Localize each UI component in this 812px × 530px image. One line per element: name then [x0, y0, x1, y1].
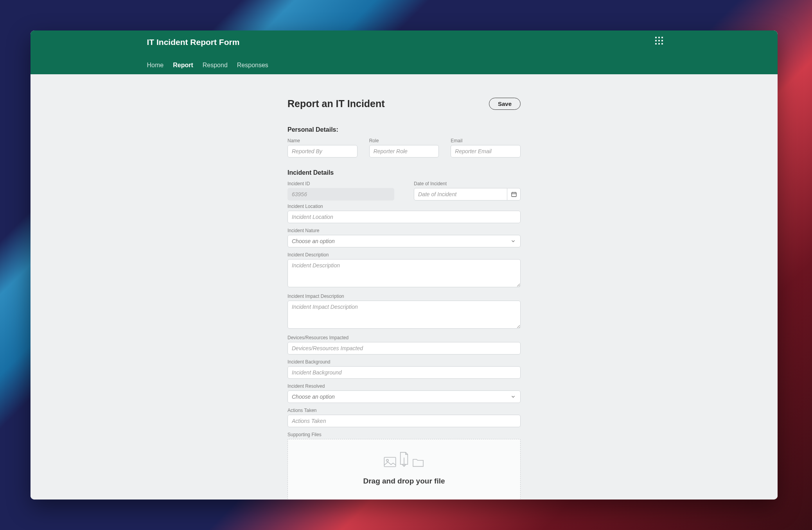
app-window: IT Incident Report Form Home Report Resp…: [31, 30, 778, 500]
save-button[interactable]: Save: [489, 98, 521, 110]
svg-rect-0: [512, 192, 516, 197]
date-of-incident-input[interactable]: [414, 188, 507, 201]
label-role: Role: [369, 138, 439, 143]
label-incident-location: Incident Location: [287, 204, 521, 209]
nav-tab-report[interactable]: Report: [173, 62, 193, 69]
section-personal-details: Personal Details:: [287, 126, 521, 133]
folder-icon: [412, 457, 424, 467]
role-input[interactable]: [369, 145, 439, 158]
page-scroll[interactable]: IT Incident Report Form Home Report Resp…: [31, 30, 778, 500]
label-date-of-incident: Date of Incident: [414, 181, 521, 186]
label-supporting-files: Supporting Files: [287, 432, 521, 437]
nav-tab-responses[interactable]: Responses: [237, 62, 268, 69]
label-incident-impact-description: Incident Impact Description: [287, 294, 521, 299]
label-incident-description: Incident Description: [287, 252, 521, 258]
document-download-icon: [399, 452, 410, 467]
nav-tab-respond[interactable]: Respond: [203, 62, 228, 69]
incident-background-input[interactable]: [287, 366, 521, 379]
label-name: Name: [287, 138, 357, 143]
image-file-icon: [384, 457, 396, 467]
label-actions-taken: Actions Taken: [287, 408, 521, 413]
incident-id-input: [287, 188, 394, 201]
incident-nature-select[interactable]: Choose an option: [287, 235, 521, 247]
svg-point-5: [386, 459, 388, 461]
incident-description-textarea[interactable]: [287, 259, 521, 287]
section-incident-details: Incident Details: [287, 169, 521, 176]
nav-tabs: Home Report Respond Responses: [147, 48, 661, 74]
date-picker-button[interactable]: [507, 188, 521, 201]
file-drop-area[interactable]: Drag and drop your file: [287, 439, 521, 500]
devices-impacted-input[interactable]: [287, 342, 521, 355]
report-form: Report an IT Incident Save Personal Deta…: [287, 74, 521, 500]
label-incident-resolved: Incident Resolved: [287, 383, 521, 389]
label-incident-nature: Incident Nature: [287, 228, 521, 233]
nav-tab-home[interactable]: Home: [147, 62, 164, 69]
incident-resolved-select[interactable]: Choose an option: [287, 390, 521, 403]
label-email: Email: [451, 138, 521, 143]
actions-taken-input[interactable]: [287, 415, 521, 427]
label-incident-background: Incident Background: [287, 359, 521, 365]
email-input[interactable]: [451, 145, 521, 158]
apps-grid-icon[interactable]: [655, 37, 663, 45]
calendar-icon: [511, 191, 517, 197]
incident-impact-textarea[interactable]: [287, 301, 521, 329]
incident-location-input[interactable]: [287, 211, 521, 223]
label-devices-resources-impacted: Devices/Resources Impacted: [287, 335, 521, 340]
file-drop-text: Drag and drop your file: [296, 477, 512, 485]
name-input[interactable]: [287, 145, 357, 158]
page-title: Report an IT Incident: [287, 98, 385, 109]
app-header: IT Incident Report Form Home Report Resp…: [31, 30, 778, 74]
label-incident-id: Incident ID: [287, 181, 394, 186]
app-title: IT Incident Report Form: [147, 36, 661, 48]
svg-rect-4: [384, 457, 395, 467]
